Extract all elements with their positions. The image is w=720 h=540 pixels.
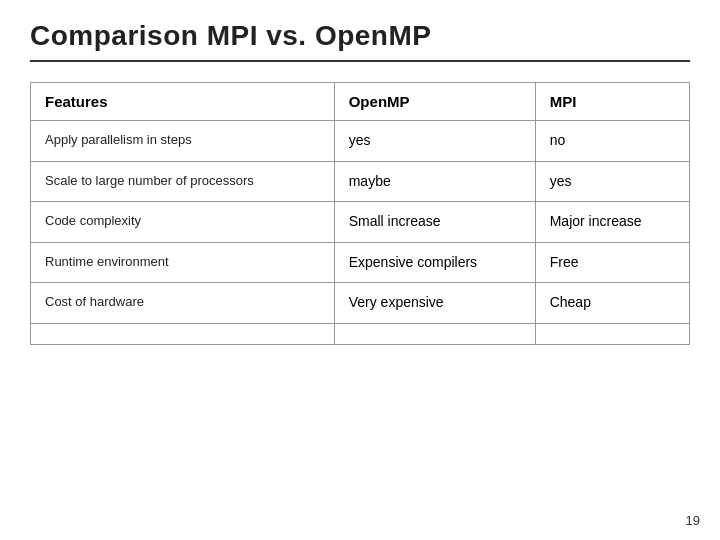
table-body: Apply parallelism in stepsyesnoScale to … xyxy=(31,121,690,345)
cell-5-0 xyxy=(31,323,335,344)
cell-2-2: Major increase xyxy=(535,202,689,243)
cell-4-0: Cost of hardware xyxy=(31,283,335,324)
cell-5-2 xyxy=(535,323,689,344)
cell-4-1: Very expensive xyxy=(334,283,535,324)
cell-3-0: Runtime environment xyxy=(31,242,335,283)
table-row: Cost of hardwareVery expensiveCheap xyxy=(31,283,690,324)
cell-1-1: maybe xyxy=(334,161,535,202)
table-row: Apply parallelism in stepsyesno xyxy=(31,121,690,162)
cell-3-1: Expensive compilers xyxy=(334,242,535,283)
cell-2-1: Small increase xyxy=(334,202,535,243)
cell-0-1: yes xyxy=(334,121,535,162)
cell-1-2: yes xyxy=(535,161,689,202)
cell-3-2: Free xyxy=(535,242,689,283)
page-number: 19 xyxy=(686,513,700,528)
header-row: Features OpenMP MPI xyxy=(31,83,690,121)
page-title: Comparison MPI vs. OpenMP xyxy=(30,20,690,52)
table-row: Runtime environmentExpensive compilersFr… xyxy=(31,242,690,283)
title-container: Comparison MPI vs. OpenMP xyxy=(30,20,690,62)
page: Comparison MPI vs. OpenMP Features OpenM… xyxy=(0,0,720,540)
cell-5-1 xyxy=(334,323,535,344)
cell-2-0: Code complexity xyxy=(31,202,335,243)
cell-1-0: Scale to large number of processors xyxy=(31,161,335,202)
table-row: Code complexitySmall increaseMajor incre… xyxy=(31,202,690,243)
table-row: Scale to large number of processorsmaybe… xyxy=(31,161,690,202)
cell-0-0: Apply parallelism in steps xyxy=(31,121,335,162)
cell-4-2: Cheap xyxy=(535,283,689,324)
cell-0-2: no xyxy=(535,121,689,162)
col-header-mpi: MPI xyxy=(535,83,689,121)
comparison-table: Features OpenMP MPI Apply parallelism in… xyxy=(30,82,690,345)
col-header-openmp: OpenMP xyxy=(334,83,535,121)
table-header: Features OpenMP MPI xyxy=(31,83,690,121)
col-header-features: Features xyxy=(31,83,335,121)
table-row xyxy=(31,323,690,344)
